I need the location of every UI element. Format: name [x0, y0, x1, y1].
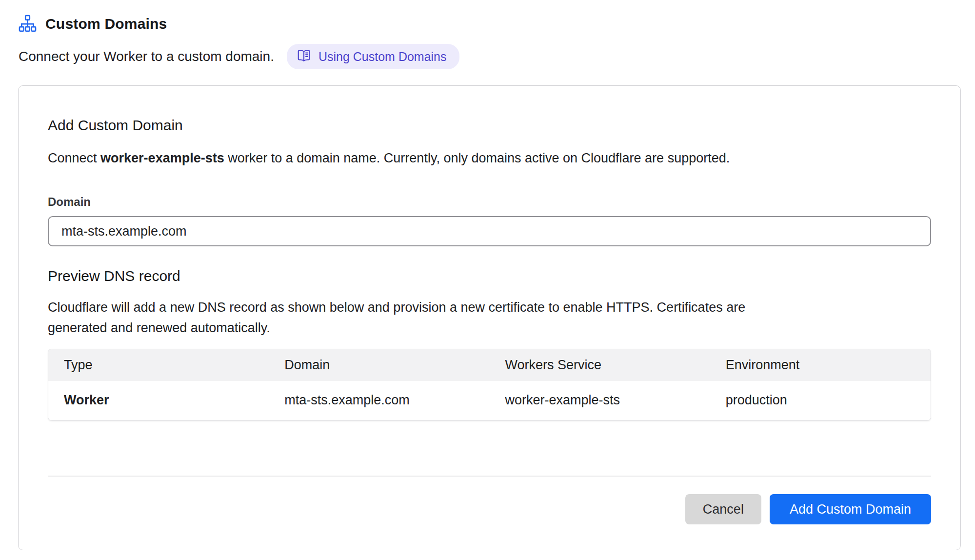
- subtitle-row: Connect your Worker to a custom domain. …: [19, 44, 975, 69]
- table-header-row: Type Domain Workers Service Environment: [48, 349, 931, 381]
- preview-dns-description: Cloudflare will add a new DNS record as …: [48, 297, 760, 338]
- description-suffix: worker to a domain name. Currently, only…: [224, 151, 730, 165]
- add-custom-domain-button[interactable]: Add Custom Domain: [770, 494, 931, 524]
- domain-field-label: Domain: [48, 195, 931, 209]
- docs-link-label: Using Custom Domains: [318, 50, 447, 64]
- preview-dns-heading: Preview DNS record: [48, 268, 931, 284]
- add-domain-description: Connect worker-example-sts worker to a d…: [48, 148, 931, 168]
- page-title: Custom Domains: [45, 16, 167, 32]
- column-header-domain: Domain: [269, 349, 489, 381]
- domain-input[interactable]: [48, 216, 931, 246]
- table-row: Worker mta-sts.example.com worker-exampl…: [48, 381, 931, 420]
- column-header-workers-service: Workers Service: [490, 349, 710, 381]
- cell-workers-service: worker-example-sts: [490, 381, 710, 420]
- column-header-environment: Environment: [710, 349, 931, 381]
- page-header: Custom Domains Connect your Worker to a …: [0, 0, 975, 69]
- title-row: Custom Domains: [19, 15, 975, 33]
- sitemap-icon: [19, 15, 37, 33]
- add-domain-heading: Add Custom Domain: [48, 86, 931, 134]
- cell-environment: production: [710, 381, 931, 420]
- add-custom-domain-card: Add Custom Domain Connect worker-example…: [18, 85, 961, 550]
- cell-type: Worker: [48, 381, 269, 420]
- book-icon: [297, 48, 311, 65]
- page-subtitle: Connect your Worker to a custom domain.: [19, 49, 274, 64]
- docs-link-badge[interactable]: Using Custom Domains: [287, 44, 459, 69]
- column-header-type: Type: [48, 349, 269, 381]
- dns-preview-table: Type Domain Workers Service Environment …: [48, 349, 931, 421]
- worker-name: worker-example-sts: [100, 151, 224, 165]
- description-prefix: Connect: [48, 151, 100, 165]
- footer-actions: Cancel Add Custom Domain: [48, 494, 931, 524]
- footer-divider: [48, 476, 931, 477]
- cell-domain: mta-sts.example.com: [269, 381, 489, 420]
- cancel-button[interactable]: Cancel: [685, 494, 761, 524]
